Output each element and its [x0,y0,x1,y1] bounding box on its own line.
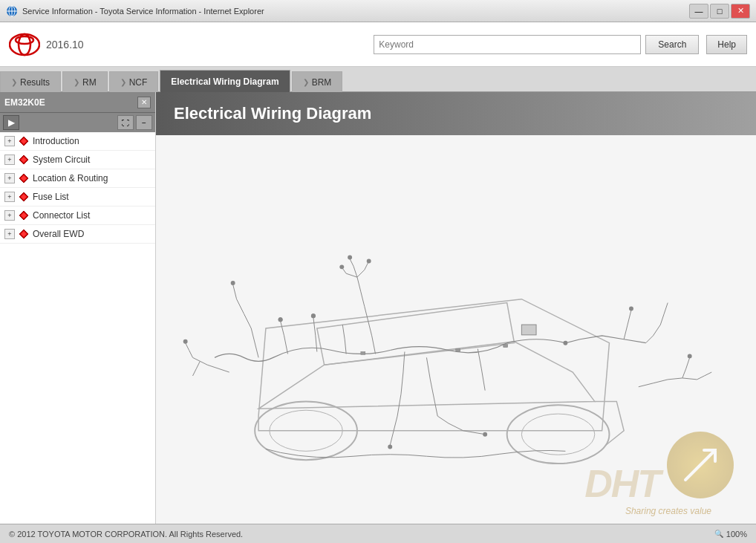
zoom-icon: 🔍 [714,530,723,538]
diamond-icon-overall-ewd [18,228,30,240]
sidebar-nav: ▶ ⛶ − [0,113,155,132]
content-header: Electrical Wiring Diagram [156,92,756,135]
svg-point-26 [348,255,352,259]
tab-results[interactable]: ❯ Results [0,71,61,92]
zoom-level: 100% [726,530,747,539]
tab-ewd-label: Electrical Wiring Diagram [171,77,278,87]
svg-point-22 [522,414,595,455]
svg-point-23 [231,281,235,285]
svg-point-29 [629,306,633,310]
help-button[interactable]: Help [706,35,747,54]
tab-arrow-results: ❯ [11,78,17,86]
tab-results-label: Results [20,77,50,88]
copyright-text: © 2012 TOYOTA MOTOR CORPORATION. All Rig… [9,530,243,539]
sidebar-item-connector-list-label: Connector List [33,210,90,221]
tab-rm[interactable]: ❯ RM [62,71,108,92]
diamond-icon-system-circuit [18,154,30,166]
sidebar-item-system-circuit[interactable]: + System Circuit [0,151,155,169]
title-bar-left: Service Information - Toyota Service Inf… [6,5,264,17]
sidebar-item-location-routing-label: Location & Routing [33,173,108,183]
tab-arrow-ncf: ❯ [120,78,126,86]
sidebar-item-system-circuit-label: System Circuit [33,155,90,165]
search-button[interactable]: Search [645,35,699,54]
tab-bar: ❯ Results ❯ RM ❯ NCF Electrical Wiring D… [0,67,756,92]
expand-icon-overall-ewd[interactable]: + [4,229,15,239]
svg-point-30 [183,339,188,343]
sidebar-header: EM32K0E ✕ [0,92,155,113]
tab-rm-label: RM [82,77,97,88]
expand-icon-location-routing[interactable]: + [4,173,15,183]
expand-icon-system-circuit[interactable]: + [4,155,15,165]
svg-point-36 [483,432,487,436]
svg-point-35 [564,340,568,345]
svg-rect-38 [361,351,365,354]
sidebar-view-controls: ⛶ − [117,115,152,130]
sidebar-item-overall-ewd-label: Overall EWD [33,229,84,239]
sidebar-controls: ✕ [137,97,151,108]
header-bar: 2016.10 Search Help [0,22,756,67]
diamond-icon-fuse-list [18,191,30,203]
sidebar-item-location-routing[interactable]: + Location & Routing [0,169,155,188]
minimize-button[interactable]: — [689,4,708,19]
sidebar-items-list: + Introduction + System Circuit [0,132,155,543]
svg-point-37 [688,354,692,358]
search-input[interactable] [374,35,641,54]
tab-ncf-label: NCF [129,77,148,88]
diamond-icon-location-routing [18,172,30,184]
sidebar-expand-btn[interactable]: ⛶ [117,115,134,130]
svg-point-34 [311,313,316,318]
sidebar-title: EM32K0E [4,97,45,108]
window-title: Service Information - Toyota Service Inf… [22,7,264,16]
sidebar-nav-forward[interactable]: ▶ [3,115,19,130]
main-content: Electrical Wiring Diagram [156,92,756,543]
logo-area: 2016.10 [9,33,84,56]
expand-icon-connector-list[interactable]: + [4,210,15,221]
svg-rect-39 [456,348,460,351]
diamond-icon-connector-list [18,209,30,221]
tab-ncf[interactable]: ❯ NCF [109,71,159,92]
sidebar-item-fuse-list[interactable]: + Fuse List [0,188,155,207]
toyota-logo [9,33,40,56]
svg-point-33 [278,317,283,322]
tab-brm[interactable]: ❯ BRM [292,71,343,92]
sidebar-item-connector-list[interactable]: + Connector List [0,207,155,225]
svg-point-27 [367,259,371,263]
tab-arrow-rm: ❯ [74,78,79,86]
sidebar-item-introduction[interactable]: + Introduction [0,132,155,151]
tab-ewd[interactable]: Electrical Wiring Diagram [160,70,290,92]
sidebar-close-btn[interactable]: ✕ [137,97,151,108]
close-button[interactable]: ✕ [731,4,750,19]
diagram-area: DHT Sharing creates value [156,135,756,543]
sidebar-item-introduction-label: Introduction [33,136,79,146]
window-controls: — □ ✕ [689,4,750,19]
sidebar: EM32K0E ✕ ▶ ⛶ − + [0,92,156,543]
wiring-diagram-svg [171,146,741,533]
zoom-area: 🔍 100% [714,530,747,539]
sidebar-collapse-btn[interactable]: − [136,115,152,130]
search-area: Search [374,35,699,54]
content-area: EM32K0E ✕ ▶ ⛶ − + [0,92,756,543]
diamond-icon-introduction [18,135,30,147]
tab-arrow-brm: ❯ [303,78,309,86]
logo-year: 2016.10 [46,39,84,51]
svg-point-31 [388,444,392,449]
app-container: Service Information - Toyota Service Inf… [0,0,756,543]
footer: © 2012 TOYOTA MOTOR CORPORATION. All Rig… [0,524,756,543]
ie-icon [6,5,18,17]
svg-point-28 [340,264,345,269]
title-bar: Service Information - Toyota Service Inf… [0,0,756,22]
expand-icon-introduction[interactable]: + [4,136,15,146]
sidebar-item-overall-ewd[interactable]: + Overall EWD [0,225,155,244]
sidebar-item-fuse-list-label: Fuse List [33,192,69,202]
expand-icon-fuse-list[interactable]: + [4,192,15,202]
tab-brm-label: BRM [312,77,332,88]
svg-rect-32 [522,325,537,335]
maximize-button[interactable]: □ [710,4,729,19]
svg-rect-40 [504,344,508,347]
diagram-title: Electrical Wiring Diagram [174,104,371,123]
